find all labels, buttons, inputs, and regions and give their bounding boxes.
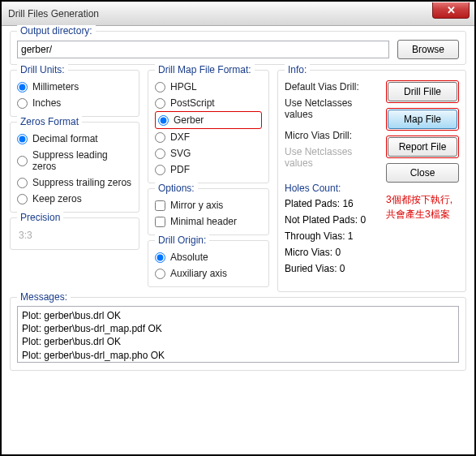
precision-group: Precision 3:3 <box>10 217 139 250</box>
close-button[interactable]: Close <box>386 163 459 183</box>
messages-textarea[interactable] <box>17 306 459 363</box>
radio-gerber[interactable]: Gerber <box>157 113 260 127</box>
check-mirror-y[interactable]: Mirror y axis <box>155 197 262 213</box>
drill-units-title: Drill Units: <box>17 64 68 75</box>
report-file-highlight: Report File <box>386 136 459 158</box>
check-minimal-header[interactable]: Minimal header <box>155 213 262 230</box>
info-group: Info: Default Vias Drill: Use Netclasses… <box>277 70 466 292</box>
info-title: Info: <box>285 64 310 75</box>
gerber-highlight: Gerber <box>155 111 262 129</box>
options-group: Options: Mirror y axis Minimal header <box>148 188 269 235</box>
drill-file-button[interactable]: Drill Fille <box>388 82 457 101</box>
radio-inches[interactable]: Inches <box>17 95 132 111</box>
radio-millimeters[interactable]: Millimeters <box>17 79 132 95</box>
radio-hpgl[interactable]: HPGL <box>155 79 262 95</box>
report-file-button[interactable]: Report File <box>388 137 457 157</box>
precision-value: 3:3 <box>17 226 132 244</box>
use-netclasses-1: Use Netclasses values <box>285 95 380 123</box>
map-file-highlight: Map File <box>386 108 459 131</box>
default-vias-label: Default Vias Drill: <box>285 79 380 95</box>
radio-decimal-format[interactable]: Decimal format <box>17 131 132 147</box>
radio-keep-zeros[interactable]: Keep zeros <box>17 191 132 207</box>
holes-not-plated: Not Plated Pads: 0 <box>285 212 380 228</box>
annotation-text: 3個都按下執行, 共會產生3檔案 <box>386 192 459 222</box>
radio-pdf[interactable]: PDF <box>155 161 262 178</box>
content-area: Output directory: Browse Drill Units: Mi… <box>2 26 474 384</box>
close-icon: ✕ <box>447 4 456 16</box>
radio-suppress-leading[interactable]: Suppress leading zeros <box>17 147 132 174</box>
output-directory-input[interactable] <box>17 41 389 58</box>
drill-map-format-title: Drill Map File Format: <box>155 64 255 75</box>
messages-title: Messages: <box>17 291 71 303</box>
options-title: Options: <box>155 183 198 194</box>
output-directory-group: Output directory: Browse <box>10 31 466 65</box>
browse-button[interactable]: Browse <box>397 40 459 59</box>
precision-title: Precision <box>17 212 63 223</box>
drill-origin-group: Drill Origin: Absolute Auxiliary axis <box>148 240 269 287</box>
holes-through: Through Vias: 1 <box>285 228 380 244</box>
drill-origin-title: Drill Origin: <box>155 234 209 246</box>
holes-micro: Micro Vias: 0 <box>285 244 380 260</box>
zeros-format-group: Zeros Format Decimal format Suppress lea… <box>10 122 139 213</box>
drill-map-format-group: Drill Map File Format: HPGL PostScript G… <box>148 70 269 183</box>
window-title: Drill Files Generation <box>8 8 99 19</box>
radio-suppress-trailing[interactable]: Suppress trailing zeros <box>17 174 132 191</box>
holes-count-title: Holes Count: <box>285 179 380 196</box>
close-window-button[interactable]: ✕ <box>432 2 470 19</box>
radio-dxf[interactable]: DXF <box>155 129 262 145</box>
drill-units-group: Drill Units: Millimeters Inches <box>10 70 139 117</box>
radio-auxiliary[interactable]: Auxiliary axis <box>155 265 262 282</box>
radio-svg[interactable]: SVG <box>155 145 262 161</box>
drill-file-highlight: Drill Fille <box>386 80 459 103</box>
messages-group: Messages: <box>10 297 466 371</box>
map-file-button[interactable]: Map File <box>388 110 457 129</box>
zeros-format-title: Zeros Format <box>17 116 82 127</box>
output-directory-label: Output directory: <box>17 25 96 37</box>
holes-buried: Buried Vias: 0 <box>285 260 380 277</box>
radio-absolute[interactable]: Absolute <box>155 249 262 265</box>
radio-postscript[interactable]: PostScript <box>155 95 262 111</box>
holes-plated: Plated Pads: 16 <box>285 196 380 212</box>
titlebar: Drill Files Generation ✕ <box>2 2 474 26</box>
micro-vias-label: Micro Vias Drill: <box>285 127 380 144</box>
use-netclasses-2: Use Netclasses values <box>285 144 380 171</box>
